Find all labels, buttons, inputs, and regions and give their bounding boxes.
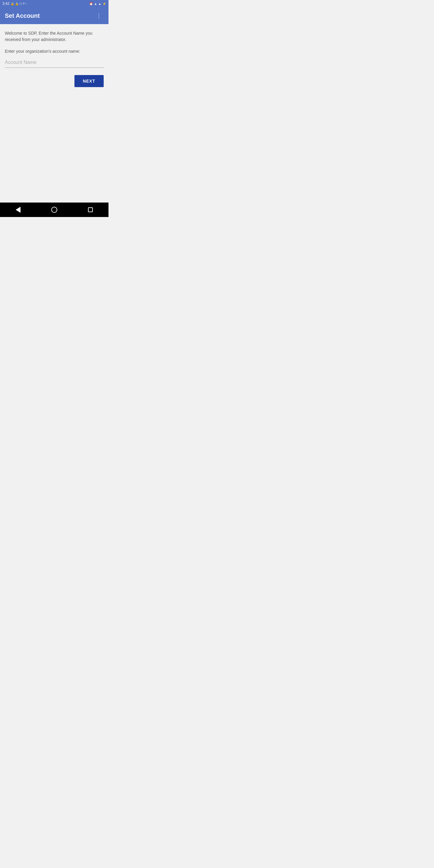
lock-icon-2: 🔒 [15,2,19,5]
main-content: Welcome to SDP, Enter the Account Name y… [0,24,108,93]
recents-button[interactable] [82,204,99,216]
page-title: Set Account [5,12,40,19]
next-button[interactable]: NEXT [74,75,104,87]
status-time: 3:42 [2,1,9,6]
dot-icon: • [26,2,27,5]
home-button[interactable] [45,204,63,216]
account-name-label: Enter your organization's account name: [5,49,104,54]
status-left-icons: 🔒 🔒 ⬡ P • [10,2,27,5]
parrot-icon: P [23,2,25,5]
button-container: NEXT [5,75,104,87]
back-icon [16,207,21,213]
signal-icon: ▲ [98,2,101,5]
status-bar-left: 3:42 🔒 🔒 ⬡ P • [2,1,27,6]
lock-icon-1: 🔒 [10,2,14,5]
back-button[interactable] [9,204,27,216]
battery-icon: ⚡ [102,2,106,5]
app-bar: Set Account ⋮ [0,7,108,24]
account-name-input[interactable] [5,57,104,68]
nav-bar [0,203,108,217]
alarm-icon: ⏰ [89,2,93,5]
welcome-text: Welcome to SDP, Enter the Account Name y… [5,30,104,43]
home-icon [51,207,57,213]
outlook-icon: ⬡ [20,2,22,5]
wifi-icon: ▲ [94,2,97,5]
account-name-container [5,57,104,68]
status-bar: 3:42 🔒 🔒 ⬡ P • ⏰ ▲ ▲ ⚡ [0,0,108,7]
recents-icon [88,207,93,212]
more-options-button[interactable]: ⋮ [94,11,104,21]
status-bar-right: ⏰ ▲ ▲ ⚡ [89,2,106,5]
